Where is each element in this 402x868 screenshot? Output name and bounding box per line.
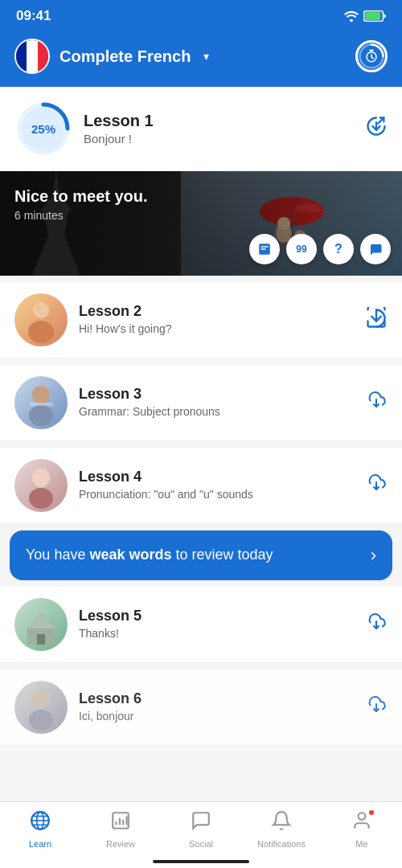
svg-point-28 — [32, 469, 50, 486]
lesson-2-thumb — [14, 293, 68, 346]
lesson-3-subtitle: Grammar: Subject pronouns — [79, 404, 354, 419]
lesson-5-download-button[interactable] — [365, 612, 388, 637]
lesson-5-title: Lesson 5 — [79, 608, 354, 624]
lesson-6-download-button[interactable] — [365, 694, 388, 720]
lesson-4-download-button[interactable] — [365, 473, 388, 498]
nav-item-me[interactable]: Me — [338, 810, 386, 849]
weak-words-banner[interactable]: You have weak words to review today › — [10, 530, 392, 580]
lesson-5-row[interactable]: Lesson 5 Thanks! — [0, 587, 402, 663]
nav-item-review[interactable]: Review — [96, 810, 145, 849]
lesson-1-row[interactable]: 25% Lesson 1 Bonjour ! — [0, 87, 402, 171]
lesson-6-info: Lesson 6 Ici, bonjour — [79, 690, 354, 723]
status-time: 09:41 — [16, 8, 51, 24]
svg-point-35 — [32, 690, 50, 708]
svg-rect-33 — [37, 634, 45, 645]
svg-rect-2 — [365, 12, 380, 20]
lesson-3-row[interactable]: Lesson 3 Grammar: Subject pronouns — [0, 365, 402, 441]
banner-icon-vocab-count[interactable]: 99 — [286, 234, 317, 264]
banner-icon-help[interactable]: ? — [323, 234, 354, 264]
wifi-icon — [344, 10, 359, 22]
lesson-1-download-button[interactable] — [365, 115, 388, 142]
review-icon — [110, 810, 131, 836]
lesson-6-subtitle: Ici, bonjour — [79, 709, 354, 723]
notifications-label: Notifications — [257, 839, 306, 849]
header-left[interactable]: Complete French ▾ — [14, 39, 209, 74]
svg-point-24 — [32, 386, 50, 403]
nav-item-learn[interactable]: Learn — [16, 810, 64, 849]
weak-words-chevron-icon: › — [371, 545, 376, 566]
banner-action-icons[interactable]: 99 ? — [249, 234, 391, 264]
social-icon — [191, 810, 211, 836]
svg-rect-18 — [261, 246, 269, 248]
svg-point-25 — [29, 405, 53, 426]
lesson-2-subtitle: Hi! How's it going? — [79, 321, 354, 336]
review-label: Review — [106, 839, 135, 849]
me-icon — [351, 810, 372, 836]
lesson-4-title: Lesson 4 — [79, 469, 354, 485]
lesson-1-title: Lesson 1 — [84, 112, 354, 130]
lesson-2-download-button[interactable] — [365, 307, 388, 333]
svg-point-48 — [359, 813, 366, 820]
social-label: Social — [189, 839, 213, 849]
svg-point-20 — [33, 302, 49, 318]
banner-subtitle: 6 minutes — [14, 209, 148, 222]
svg-point-21 — [28, 321, 54, 343]
lesson-1-banner[interactable]: Nice to meet you. 6 minutes 99 ? — [0, 171, 402, 276]
lessons-list: Lesson 2 Hi! How's it going? Lesson 3 G — [0, 282, 402, 746]
lesson-2-info: Lesson 2 Hi! How's it going? — [79, 303, 354, 336]
lesson-4-thumb — [14, 459, 68, 512]
learn-icon — [30, 810, 51, 836]
lesson-3-title: Lesson 3 — [79, 386, 354, 403]
lesson-6-thumb — [14, 681, 68, 734]
progress-percent: 25% — [31, 122, 55, 136]
progress-circle: 25% — [14, 100, 72, 158]
lesson-4-row[interactable]: Lesson 4 Pronunciation: "ou" and "u" sou… — [0, 448, 402, 524]
banner-title: Nice to meet you. — [14, 187, 148, 206]
me-badge-dot — [367, 809, 375, 817]
course-title: Complete French — [59, 47, 191, 66]
home-indicator — [153, 860, 249, 863]
status-icons — [344, 10, 386, 22]
lesson-5-thumb — [14, 598, 68, 651]
timer-icon — [364, 49, 379, 63]
lesson-3-info: Lesson 3 Grammar: Subject pronouns — [79, 386, 354, 419]
header: Complete French ▾ — [0, 31, 402, 87]
battery-icon — [363, 10, 386, 22]
svg-point-29 — [29, 488, 53, 509]
svg-point-22 — [36, 305, 41, 310]
nav-item-social[interactable]: Social — [177, 810, 225, 849]
lesson-4-subtitle: Pronunciation: "ou" and "u" sounds — [79, 487, 354, 502]
me-label: Me — [355, 839, 367, 849]
banner-icon-vocab[interactable] — [249, 234, 280, 264]
svg-point-36 — [29, 710, 53, 731]
lesson-3-thumb — [14, 376, 68, 429]
lesson-4-info: Lesson 4 Pronunciation: "ou" and "u" sou… — [79, 469, 354, 502]
notifications-icon — [271, 810, 292, 836]
lesson-6-title: Lesson 6 — [79, 690, 354, 707]
lesson-1-info: Lesson 1 Bonjour ! — [84, 112, 354, 145]
flag-icon — [14, 39, 50, 74]
lesson-2-title: Lesson 2 — [79, 303, 354, 320]
status-bar: 09:41 — [0, 0, 402, 31]
lesson-2-row[interactable]: Lesson 2 Hi! How's it going? — [0, 282, 402, 358]
svg-marker-32 — [27, 612, 55, 628]
banner-icon-chat[interactable] — [360, 234, 391, 264]
weak-words-text: You have weak words to review today — [26, 545, 371, 565]
lesson-1-subtitle: Bonjour ! — [84, 132, 354, 145]
timer-button[interactable] — [355, 40, 388, 72]
learn-label: Learn — [29, 839, 51, 849]
lesson-3-download-button[interactable] — [365, 390, 388, 416]
course-dropdown-icon[interactable]: ▾ — [203, 50, 209, 63]
bottom-nav: Learn Review Social Not — [0, 801, 402, 868]
svg-rect-26 — [29, 403, 53, 406]
svg-rect-19 — [261, 248, 266, 250]
nav-item-notifications[interactable]: Notifications — [257, 810, 306, 849]
lesson-5-info: Lesson 5 Thanks! — [79, 608, 354, 641]
lesson-5-subtitle: Thanks! — [79, 626, 354, 641]
lesson-6-row[interactable]: Lesson 6 Ici, bonjour — [0, 669, 402, 746]
